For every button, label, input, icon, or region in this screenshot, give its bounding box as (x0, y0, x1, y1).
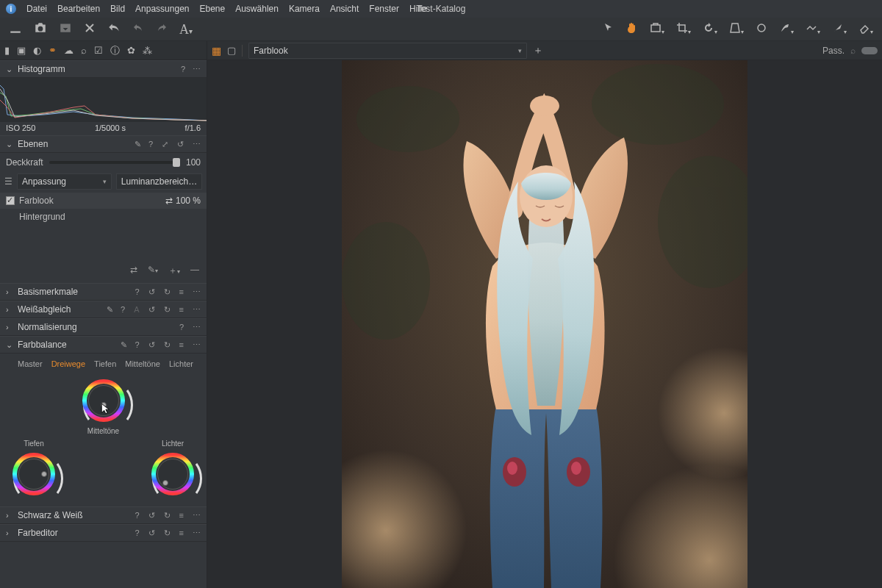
panel-bw-header[interactable]: › Schwarz & Weiß ?↺↻≡⋯ (0, 506, 207, 524)
menu-icon[interactable]: ≡ (179, 340, 184, 349)
copy-icon[interactable]: ↻ (164, 511, 171, 520)
menu-select[interactable]: Auswählen (235, 4, 279, 14)
import-icon[interactable] (9, 21, 22, 37)
layer-type-dropdown[interactable]: Anpassung▾ (17, 173, 112, 190)
more-icon[interactable]: ⋯ (193, 340, 201, 350)
expand-icon[interactable]: ⤢ (162, 140, 168, 149)
layer-settings-icon[interactable]: ⇄ (130, 265, 137, 277)
menu-icon[interactable]: ≡ (179, 528, 184, 537)
menu-adjustments[interactable]: Anpassungen (135, 4, 189, 14)
tab-adjust-icon[interactable]: ⚭ (49, 45, 57, 56)
panel-histogram-header[interactable]: ⌄ Histogramm ? ⋯ (0, 60, 207, 78)
help-icon[interactable]: ? (135, 287, 139, 296)
layer-mask-icon[interactable]: ✎▾ (148, 265, 158, 277)
text-tool-icon[interactable]: A▾ (179, 23, 193, 36)
tab-library-icon[interactable]: ▮ (4, 45, 10, 56)
tab-search-icon[interactable]: ⌕ (81, 45, 87, 56)
brush-icon[interactable]: ✎ (135, 140, 141, 149)
menu-camera[interactable]: Kamera (289, 4, 320, 14)
tab-threeway[interactable]: Dreiwege (51, 359, 85, 368)
gradient-icon[interactable]: ▾ (832, 22, 847, 36)
help-icon[interactable]: ? (148, 140, 153, 148)
layer-item[interactable]: Hintergrund (0, 209, 207, 225)
panel-colorbalance-header[interactable]: ⌄ Farbbalance ✎ ?↺↻≡⋯ (0, 336, 207, 354)
wheel-midtones-top[interactable] (80, 377, 127, 424)
tab-clipboard-icon[interactable]: ☁ (64, 45, 74, 56)
help-icon[interactable]: ? (121, 305, 125, 314)
layer-delete-icon[interactable]: — (190, 265, 199, 277)
tab-color-icon[interactable]: ◐ (33, 45, 41, 56)
tab-fx-icon[interactable]: ⁂ (143, 45, 152, 56)
rotate-icon[interactable]: ▾ (703, 22, 717, 36)
rotate-canvas-icon[interactable]: ▾ (650, 22, 664, 36)
layer-add-icon[interactable]: ＋▾ (168, 265, 180, 277)
heal-icon[interactable]: ▾ (806, 22, 820, 36)
zoom-icon[interactable]: ⌕ (850, 46, 856, 56)
crop-icon[interactable]: ▾ (676, 22, 691, 36)
reset-icon[interactable]: ↺ (148, 287, 155, 297)
tab-master[interactable]: Master (18, 359, 43, 368)
toggle-pill[interactable] (861, 47, 878, 54)
layer-blend-icon[interactable]: ⇄ (165, 196, 173, 206)
more-icon[interactable]: ⋯ (193, 140, 201, 149)
reset-icon[interactable]: ↺ (148, 528, 155, 538)
more-icon[interactable]: ⋯ (193, 323, 201, 332)
more-icon[interactable]: ⋯ (193, 305, 201, 315)
canvas[interactable] (207, 60, 882, 588)
copy-icon[interactable]: ↻ (164, 305, 171, 315)
menu-layer[interactable]: Ebene (199, 4, 225, 14)
tab-highlights[interactable]: Lichter (169, 359, 193, 368)
more-icon[interactable]: ⋯ (193, 511, 201, 520)
camera-icon[interactable] (34, 21, 47, 37)
export-icon[interactable] (59, 21, 72, 37)
close-icon[interactable] (84, 22, 96, 36)
undo-icon[interactable] (132, 22, 144, 36)
more-icon[interactable]: ⋯ (193, 65, 201, 74)
wheel-highlights[interactable] (149, 451, 196, 498)
help-icon[interactable]: ? (179, 323, 184, 331)
menu-view[interactable]: Ansicht (330, 4, 359, 14)
help-icon[interactable]: ? (181, 65, 185, 74)
menu-window[interactable]: Fenster (369, 4, 399, 14)
reset-icon[interactable]: ↺ (148, 305, 155, 315)
tab-shadows[interactable]: Tiefen (94, 359, 116, 368)
more-icon[interactable]: ⋯ (193, 287, 201, 297)
panel-norm-header[interactable]: › Normalisierung ?⋯ (0, 318, 207, 336)
panel-coloreditor-header[interactable]: › Farbeditor ?↺↻≡⋯ (0, 524, 207, 542)
menu-edit[interactable]: Bearbeiten (57, 4, 100, 14)
copy-icon[interactable]: ↻ (164, 340, 171, 350)
add-variant-icon[interactable]: ＋ (533, 44, 543, 57)
picker-icon[interactable]: ✎ (121, 340, 127, 350)
menu-image[interactable]: Bild (110, 4, 125, 14)
tab-checklist-icon[interactable]: ☑ (94, 45, 103, 56)
tab-midtones[interactable]: Mitteltöne (125, 359, 160, 368)
help-icon[interactable]: ? (135, 340, 139, 349)
wheel-shadows[interactable] (10, 451, 57, 498)
panel-basic-header[interactable]: › Basismerkmale ?↺↻≡⋯ (0, 283, 207, 301)
tab-gear-icon[interactable]: ✿ (127, 45, 135, 56)
single-view-icon[interactable]: ▢ (227, 45, 236, 56)
opacity-slider[interactable] (49, 161, 180, 164)
menu-icon[interactable]: ≡ (179, 511, 184, 520)
hand-icon[interactable] (626, 22, 638, 36)
layer-visibility-checkbox[interactable] (6, 196, 15, 205)
keystone-icon[interactable]: ▾ (729, 22, 744, 36)
shape-icon[interactable] (756, 22, 767, 36)
reset-icon[interactable]: ↺ (148, 511, 155, 520)
panel-layers-header[interactable]: ⌄ Ebenen ✎ ? ⤢ ↺ ⋯ (0, 135, 207, 153)
eraser-icon[interactable]: ▾ (858, 22, 873, 36)
pointer-icon[interactable] (603, 22, 614, 36)
help-icon[interactable]: ? (135, 528, 139, 537)
reset-icon[interactable]: ↺ (177, 140, 184, 149)
menu-icon[interactable]: ≡ (179, 305, 184, 314)
luminance-mask-button[interactable]: Luminanzbereich… (116, 173, 202, 190)
redo-icon[interactable] (156, 22, 168, 36)
undo-large-icon[interactable] (107, 21, 121, 37)
auto-icon[interactable]: A (134, 305, 139, 314)
help-icon[interactable]: ? (135, 511, 139, 520)
more-icon[interactable]: ⋯ (193, 528, 201, 538)
variant-dropdown[interactable]: Farblook▾ (248, 43, 527, 59)
menu-icon[interactable]: ≡ (179, 287, 184, 296)
copy-icon[interactable]: ↻ (164, 287, 171, 297)
grid-view-icon[interactable]: ▦ (212, 45, 221, 57)
